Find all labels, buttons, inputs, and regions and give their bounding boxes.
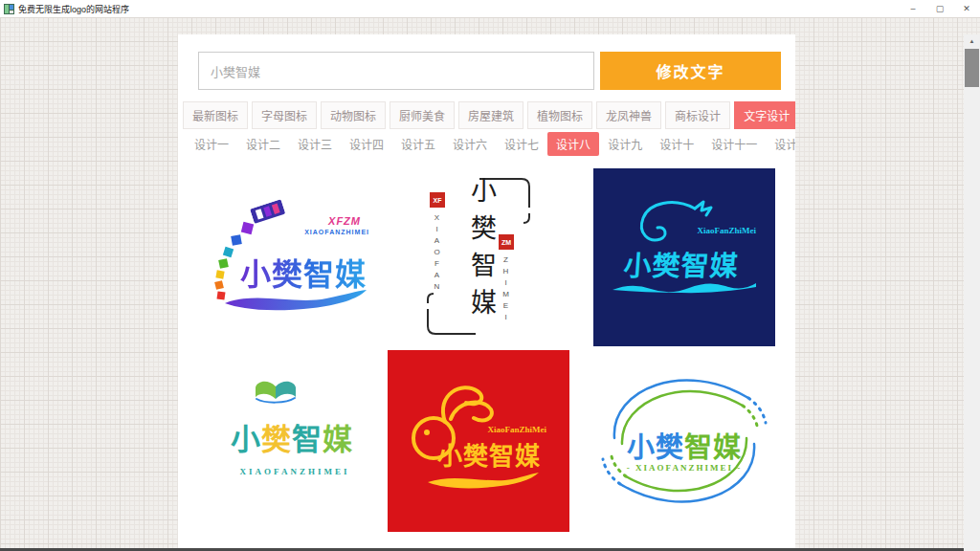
logo-card-seal-script[interactable]: 小樊智媒 XF XIAOFAN ZM ZHIMEI [388, 165, 569, 347]
wave-underline [612, 281, 756, 297]
close-button[interactable]: ✕ [953, 0, 980, 17]
category-tabs: 最新图标 字母图标 动物图标 厨师美食 房屋建筑 植物图标 龙凤神兽 商标设计 … [183, 101, 791, 129]
window-controls: – ▢ ✕ [900, 0, 980, 17]
pixel-teal [223, 247, 234, 257]
logo1-initials: XFZM [328, 215, 361, 227]
scrollbar-thumb[interactable] [965, 49, 979, 87]
design-tabs: 设计一 设计二 设计三 设计四 设计五 设计六 设计七 设计八 设计九 设计十 … [186, 132, 784, 156]
design-tab-3[interactable]: 设计三 [289, 132, 341, 156]
design-tab-12[interactable]: 设计十二 [766, 132, 795, 156]
logo6-chars-green: 智媒 [684, 432, 742, 463]
content-panel: 修改文字 最新图标 字母图标 动物图标 厨师美食 房屋建筑 植物图标 龙凤神兽 … [178, 34, 795, 551]
page-background: 修改文字 最新图标 字母图标 动物图标 厨师美食 房屋建筑 植物图标 龙凤神兽 … [0, 17, 980, 551]
modify-text-button[interactable]: 修改文字 [600, 52, 781, 90]
design-tab-4[interactable]: 设计四 [341, 132, 392, 156]
logo5-wordmark: 小樊智媒 [437, 436, 541, 472]
vertical-scrollbar[interactable]: ▲ ▼ [964, 34, 980, 551]
logo3-wordmark: 小樊智媒 [623, 243, 741, 283]
logo4-char-4: 媒 [323, 423, 353, 456]
design-tab-6[interactable]: 设计六 [444, 132, 496, 156]
swoosh-underline [223, 288, 368, 313]
window-title: 免费无限生成logo的网站程序 [18, 3, 129, 15]
logo6-chars-blue: 小樊 [627, 432, 684, 463]
logo-card-navy-dragon[interactable]: XiaoFanZhiMei 小樊智媒 [593, 168, 775, 346]
design-tab-5[interactable]: 设计五 [392, 132, 444, 156]
category-tab-latest[interactable]: 最新图标 [183, 101, 248, 129]
logo6-wordmark: 小樊智媒 [593, 425, 775, 465]
pixel-purple [241, 222, 254, 234]
logo-card-red-rabbit[interactable]: XiaoFanZhiMei 小樊智媒 [388, 350, 569, 532]
logo-text-input[interactable] [198, 52, 594, 90]
category-tab-trademark[interactable]: 商标设计 [665, 101, 730, 129]
maximize-button[interactable]: ▢ [926, 0, 953, 17]
film-strip-icon [250, 199, 286, 226]
minimize-button[interactable]: – [900, 0, 926, 17]
app-window: 免费无限生成logo的网站程序 – ▢ ✕ 修改文字 最新图标 字母图标 动物图… [0, 0, 980, 551]
logo4-char-1: 小 [231, 423, 261, 456]
logo6-pinyin: - XIAOFANZHIMEI - [593, 463, 775, 473]
category-tab-chef-food[interactable]: 厨师美食 [390, 101, 455, 129]
scroll-up-arrow[interactable]: ▲ [964, 34, 980, 47]
logo5-pinyin: XiaoFanZhiMei [487, 425, 546, 434]
pixel-blue [231, 234, 242, 246]
logo2-pinyin-right: ZHIMEI [501, 255, 510, 324]
category-tab-text-design[interactable]: 文字设计 [734, 101, 795, 129]
design-tab-8[interactable]: 设计八 [547, 132, 599, 156]
category-tab-plant[interactable]: 植物图标 [527, 101, 592, 129]
design-tab-7[interactable]: 设计七 [496, 132, 547, 156]
category-tab-animal[interactable]: 动物图标 [321, 101, 386, 129]
design-tab-10[interactable]: 设计十 [651, 132, 702, 156]
design-tab-9[interactable]: 设计九 [599, 132, 651, 156]
category-tab-dragon[interactable]: 龙凤神兽 [596, 101, 661, 129]
title-bar: 免费无限生成logo的网站程序 – ▢ ✕ [0, 0, 980, 17]
pixel-yellow [215, 270, 224, 278]
app-icon [4, 4, 14, 14]
logo-card-gradient-pixels[interactable]: XFZM XIAOFANZHIMEI 小樊智媒 [204, 165, 386, 347]
category-tab-letter[interactable]: 字母图标 [252, 101, 317, 129]
logo3-pinyin: XiaoFanZhiMei [697, 226, 756, 235]
logo2-pinyin-left: XIAOFAN [433, 213, 441, 294]
logo4-pinyin: XIAOFANZHIMEI [204, 467, 386, 476]
design-tab-11[interactable]: 设计十一 [702, 132, 766, 156]
logo2-stamp-xf: XF [430, 192, 445, 208]
logo2-stamp-zm: ZM [499, 234, 514, 250]
logo-card-orbit[interactable]: 小樊智媒 - XIAOFANZHIMEI - [593, 350, 775, 532]
design-tab-1[interactable]: 设计一 [186, 132, 237, 156]
logo1-pinyin: XIAOFANZHIMEI [304, 229, 369, 235]
design-tab-2[interactable]: 设计二 [237, 132, 289, 156]
category-tab-building[interactable]: 房屋建筑 [458, 101, 523, 129]
logo2-wordmark: 小樊智媒 [463, 177, 501, 326]
logo4-char-2: 樊 [261, 423, 292, 456]
logo4-wordmark: 小樊智媒 [231, 415, 353, 458]
gold-swoosh-underline [426, 471, 541, 490]
pixel-green [218, 258, 229, 269]
logo4-char-3: 智 [292, 423, 323, 456]
open-book-icon [254, 381, 298, 406]
logo-card-book[interactable]: 小樊智媒 XIAOFANZHIMEI [204, 350, 386, 532]
